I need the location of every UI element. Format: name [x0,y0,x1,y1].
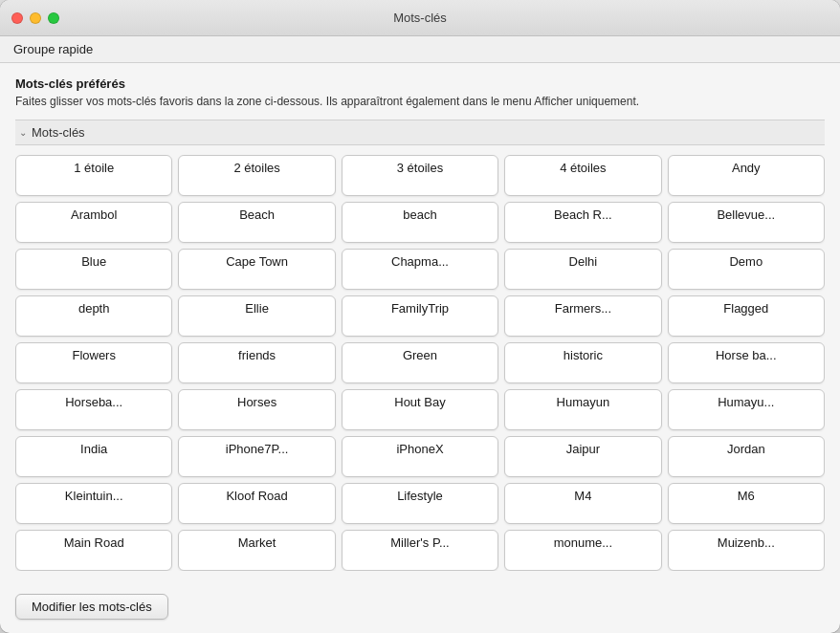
keyword-tag[interactable]: India [15,436,172,477]
keyword-tag[interactable]: FamilyTrip [342,295,498,337]
keyword-tag[interactable]: Beach [178,202,335,243]
close-button[interactable] [11,12,23,24]
keyword-tag[interactable]: Cape Town [178,249,335,290]
keyword-tag[interactable]: friends [178,342,335,383]
keyword-tag[interactable]: historic [504,342,661,383]
keyword-tag[interactable]: Jordan [668,436,825,477]
chevron-down-icon: ⌄ [19,127,27,138]
keyword-tag[interactable]: beach [342,202,498,243]
keyword-tag[interactable]: Kleintuin... [15,483,172,524]
keyword-tag[interactable]: Muizenb... [668,530,825,571]
keyword-tag[interactable]: Beach R... [504,202,661,243]
keyword-tag[interactable]: 4 étoiles [504,155,661,196]
keyword-tag[interactable]: Market [178,530,335,571]
keyword-tag[interactable]: 2 étoiles [178,155,335,196]
maximize-button[interactable] [48,12,59,24]
keyword-tag[interactable]: Chapma... [342,249,498,290]
keyword-tag[interactable]: iPhoneX [342,436,498,477]
content-area: Mots-clés préférés Faites glisser vos mo… [0,63,840,584]
keyword-tag[interactable]: Flagged [668,295,825,337]
keyword-tag[interactable]: Main Road [15,530,172,571]
keyword-tag[interactable]: iPhone7P... [178,436,335,477]
groupe-rapide-label: Groupe rapide [13,42,93,56]
main-window: Mots-clés Groupe rapide Mots-clés préfér… [0,0,840,633]
keyword-tag[interactable]: Demo [668,249,825,290]
keyword-tag[interactable]: Horseba... [15,389,172,430]
traffic-lights [11,12,59,24]
minimize-button[interactable] [30,12,41,24]
keyword-tag[interactable]: Farmers... [504,295,661,337]
keyword-tag[interactable]: Kloof Road [178,483,335,524]
modify-keywords-button[interactable]: Modifier les mots-clés [15,594,168,620]
keyword-tag[interactable]: depth [15,295,172,337]
window-title: Mots-clés [393,11,447,25]
keyword-tag[interactable]: Ellie [178,295,335,337]
footer: Modifier les mots-clés [0,584,840,633]
keyword-tag[interactable]: Humayun [504,389,661,430]
keyword-tag[interactable]: Hout Bay [342,389,498,430]
keyword-tag[interactable]: Horse ba... [668,342,825,383]
keyword-tag[interactable]: Andy [668,155,825,196]
keyword-tag[interactable]: M4 [504,483,661,524]
keywords-header-label: Mots-clés [32,125,85,140]
keyword-tag[interactable]: Lifestyle [342,483,498,524]
keyword-tag[interactable]: Green [342,342,498,383]
section-title: Mots-clés préférés [15,76,825,91]
keyword-tag[interactable]: Horses [178,389,335,430]
keyword-tag[interactable]: Delhi [504,249,661,290]
keywords-grid: 1 étoile2 étoiles3 étoiles4 étoilesAndyA… [15,155,825,571]
section-description: Faites glisser vos mots-clés favoris dan… [15,94,825,110]
keywords-section-header: ⌄ Mots-clés [15,120,825,145]
keyword-tag[interactable]: monume... [504,530,661,571]
title-bar: Mots-clés [0,0,840,36]
keyword-tag[interactable]: Bellevue... [668,202,825,243]
keyword-tag[interactable]: 1 étoile [15,155,172,196]
keyword-tag[interactable]: Flowers [15,342,172,383]
keyword-tag[interactable]: Arambol [15,202,172,243]
keyword-tag[interactable]: Humayu... [668,389,825,430]
keyword-tag[interactable]: Miller's P... [342,530,498,571]
keyword-tag[interactable]: M6 [668,483,825,524]
keyword-tag[interactable]: Jaipur [504,436,661,477]
toolbar: Groupe rapide [0,36,840,63]
keyword-tag[interactable]: 3 étoiles [342,155,498,196]
keyword-tag[interactable]: Blue [15,249,172,290]
